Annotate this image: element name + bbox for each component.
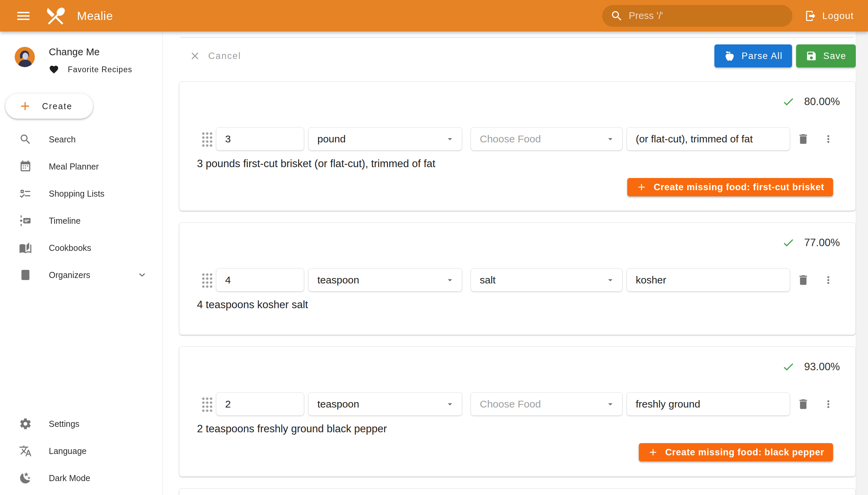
list-checks-icon: [19, 187, 32, 200]
food-select[interactable]: Choose Food: [471, 392, 623, 416]
delete-button[interactable]: [795, 394, 811, 414]
sidebar-item-meal-planner[interactable]: Meal Planner: [0, 153, 162, 180]
original-ingredient-text: 2 teaspoons freshly ground black pepper: [180, 423, 855, 435]
plus-icon: [636, 182, 647, 192]
check-icon: [782, 95, 795, 108]
scrollbar-gutter[interactable]: [856, 32, 868, 495]
sidebar-item-organizers[interactable]: Organizers: [0, 261, 162, 289]
more-menu-button[interactable]: [820, 394, 836, 414]
cancel-label: Cancel: [208, 51, 241, 62]
heart-icon: [49, 64, 59, 74]
menu-down-icon: [605, 399, 615, 409]
more-menu-button[interactable]: [820, 129, 836, 149]
sidebar: Change Me Favorite Recipes Create Search…: [0, 32, 163, 495]
logout-label: Logout: [822, 11, 854, 21]
sidebar-item-label: Dark Mode: [49, 473, 148, 483]
user-name: Change Me: [49, 47, 132, 57]
more-menu-button[interactable]: [820, 270, 836, 290]
drag-handle-icon[interactable]: [201, 131, 212, 147]
trash-icon: [797, 398, 810, 411]
food-select[interactable]: Choose Food: [471, 127, 623, 151]
sidebar-item-label: Settings: [49, 419, 148, 429]
sidebar-item-settings[interactable]: Settings: [0, 410, 162, 437]
food-placeholder: Choose Food: [480, 398, 605, 410]
note-input[interactable]: [627, 268, 790, 292]
menu-icon[interactable]: [11, 4, 36, 28]
avatar[interactable]: [15, 47, 35, 67]
sidebar-item-language[interactable]: Language: [0, 437, 162, 464]
create-missing-food-button[interactable]: Create missing food: black pepper: [639, 443, 833, 461]
kebab-icon: [822, 274, 834, 286]
parse-all-label: Parse All: [742, 51, 783, 62]
search-input[interactable]: [629, 10, 784, 21]
navbar-left: Mealie: [0, 4, 113, 28]
menu-down-icon: [445, 134, 455, 144]
sidebar-item-label: Shopping Lists: [49, 189, 148, 199]
menu-down-icon: [445, 275, 455, 285]
food-select[interactable]: salt: [471, 268, 623, 292]
sidebar-item-cookbooks[interactable]: Cookbooks: [0, 234, 162, 261]
parser-toolbar: Cancel Parse All Save: [163, 45, 856, 67]
sidebar-item-label: Cookbooks: [49, 243, 148, 253]
delete-button[interactable]: [795, 129, 811, 149]
moon-stars-icon: [19, 472, 32, 484]
close-icon: [189, 50, 201, 62]
unit-select[interactable]: teaspoon: [308, 268, 462, 292]
ingredient-fields-row: teaspoon Choose Food: [180, 392, 855, 416]
unit-value: teaspoon: [317, 398, 445, 410]
global-search[interactable]: [602, 5, 793, 27]
timeline-icon: [19, 214, 32, 227]
parse-all-button[interactable]: Parse All: [714, 45, 792, 67]
note-input[interactable]: [627, 127, 790, 151]
menu-down-icon: [605, 134, 615, 144]
food-value: salt: [480, 274, 605, 286]
section-divider: [180, 37, 854, 38]
favorite-recipes-link[interactable]: Favorite Recipes: [49, 64, 132, 74]
create-missing-food-button[interactable]: Create missing food: first-cut brisket: [627, 178, 833, 196]
ingredient-card: 80.00% pound Choose Food: [179, 81, 856, 211]
sidebar-item-label: Timeline: [49, 216, 148, 226]
quantity-input[interactable]: [216, 268, 304, 292]
create-button[interactable]: Create: [5, 93, 93, 119]
save-icon: [806, 50, 817, 62]
kebab-icon: [822, 398, 834, 410]
sidebar-item-label: Language: [49, 446, 148, 456]
quantity-input[interactable]: [216, 127, 304, 151]
logout-button[interactable]: Logout: [803, 5, 856, 27]
open-book-icon: [19, 241, 32, 254]
confidence-row: 80.00%: [180, 82, 855, 108]
chevron-down-icon[interactable]: [136, 269, 148, 281]
confidence-percent: 77.00%: [804, 237, 840, 249]
sidebar-item-timeline[interactable]: Timeline: [0, 207, 162, 234]
user-block[interactable]: Change Me Favorite Recipes: [0, 32, 162, 74]
note-input[interactable]: [627, 392, 790, 416]
unit-select[interactable]: pound: [308, 127, 462, 151]
quantity-input[interactable]: [216, 392, 304, 416]
kebab-icon: [822, 133, 834, 145]
delete-button[interactable]: [795, 270, 811, 290]
cabinet-icon: [19, 269, 32, 281]
cancel-button[interactable]: Cancel: [185, 46, 246, 66]
app-navbar: Mealie Logout: [0, 0, 868, 32]
sidebar-item-shopping-lists[interactable]: Shopping Lists: [0, 180, 162, 207]
ingredient-card: 77.00% teaspoon salt: [179, 222, 856, 335]
unit-value: pound: [317, 133, 445, 145]
plus-icon: [648, 447, 659, 458]
app-title: Mealie: [77, 9, 113, 23]
sidebar-item-search[interactable]: Search: [0, 126, 162, 153]
unit-select[interactable]: teaspoon: [308, 392, 462, 416]
sidebar-nav: Search Meal Planner Shopping Lists Timel…: [0, 126, 162, 289]
save-button[interactable]: Save: [796, 45, 856, 67]
trash-icon: [797, 274, 810, 287]
sidebar-item-label: Meal Planner: [49, 162, 148, 172]
drag-handle-icon[interactable]: [201, 396, 212, 412]
drag-handle-icon[interactable]: [201, 272, 212, 288]
missing-food-row: Create missing food: first-cut brisket: [180, 178, 855, 196]
user-meta: Change Me Favorite Recipes: [49, 47, 132, 74]
ingredient-card-partial: [179, 488, 856, 495]
sidebar-item-dark-mode[interactable]: Dark Mode: [0, 464, 162, 492]
missing-food-row: Create missing food: black pepper: [180, 443, 855, 461]
ingredient-card: 93.00% teaspoon Choose Food: [179, 346, 856, 477]
search-icon: [610, 10, 623, 22]
apple-icon: [724, 50, 735, 62]
